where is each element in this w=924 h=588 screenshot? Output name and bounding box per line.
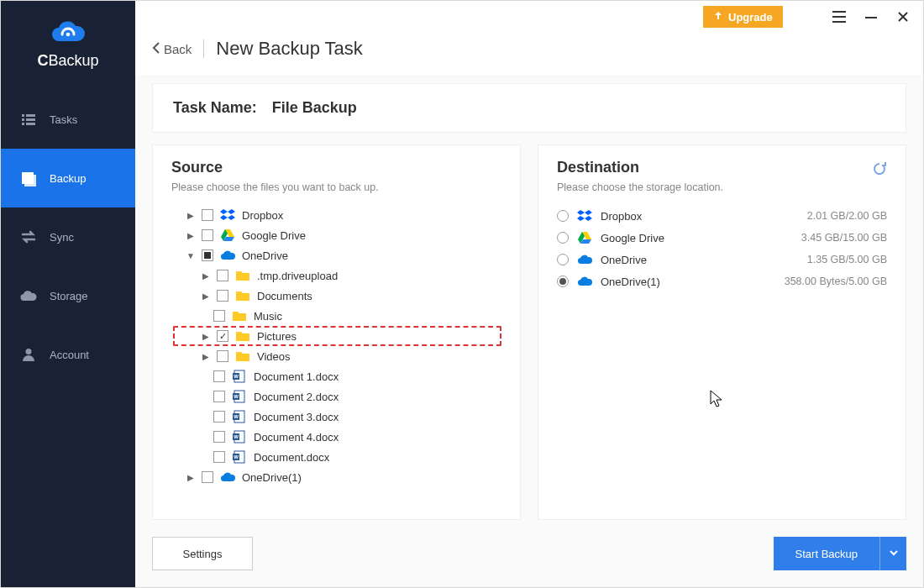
svg-text:W: W xyxy=(234,374,239,379)
sidebar-item-backup[interactable]: Backup xyxy=(1,149,135,207)
tree-row-doc4[interactable]: W Document 4.docx xyxy=(171,427,501,447)
dest-row-onedrive[interactable]: OneDrive 1.35 GB/5.00 GB xyxy=(557,249,887,270)
upgrade-button[interactable]: Upgrade xyxy=(703,6,783,28)
dest-row-onedrive1[interactable]: OneDrive(1) 358.00 Bytes/5.00 GB xyxy=(557,270,887,292)
refresh-button[interactable] xyxy=(872,161,887,179)
svg-text:W: W xyxy=(234,434,239,439)
tree-label: Google Drive xyxy=(242,229,306,242)
folder-icon xyxy=(235,268,250,283)
dropbox-icon xyxy=(577,208,592,223)
word-docx-icon: W xyxy=(232,369,247,384)
svg-rect-3 xyxy=(22,118,24,121)
checkbox[interactable] xyxy=(202,209,213,221)
tree-row-tmp[interactable]: ▶ .tmp.driveupload xyxy=(171,265,501,286)
svg-rect-2 xyxy=(26,114,35,117)
expand-icon[interactable]: ▶ xyxy=(186,231,195,239)
tree-row-videos[interactable]: ▶ Videos xyxy=(171,346,501,366)
checkbox[interactable] xyxy=(213,451,225,463)
dest-row-gdrive[interactable]: Google Drive 3.45 GB/15.00 GB xyxy=(557,227,887,249)
radio-checked[interactable] xyxy=(557,276,569,287)
google-drive-icon xyxy=(220,228,235,243)
dest-row-dropbox[interactable]: Dropbox 2.01 GB/2.00 GB xyxy=(557,205,887,227)
close-button[interactable] xyxy=(895,8,911,25)
checkbox[interactable] xyxy=(217,350,228,362)
tree-row-dropbox[interactable]: ▶ Dropbox xyxy=(171,205,501,225)
brand: CCBackupBackup xyxy=(1,1,135,90)
svg-rect-5 xyxy=(22,123,24,125)
checkbox[interactable] xyxy=(213,370,225,382)
radio[interactable] xyxy=(557,254,569,265)
collapse-icon[interactable]: ▼ xyxy=(186,251,195,260)
checkbox[interactable] xyxy=(213,411,225,423)
checkbox[interactable] xyxy=(217,290,228,302)
expand-icon[interactable]: ▶ xyxy=(202,291,210,300)
checkbox[interactable] xyxy=(213,310,225,322)
tree-row-doc2[interactable]: W Document 2.docx xyxy=(171,386,501,407)
expand-icon[interactable]: ▶ xyxy=(202,332,210,340)
svg-text:W: W xyxy=(234,454,239,459)
svg-text:W: W xyxy=(234,394,239,399)
onedrive-icon xyxy=(577,274,592,289)
chevron-left-icon xyxy=(152,42,160,56)
onedrive-icon xyxy=(220,248,235,263)
checkbox-checked[interactable] xyxy=(217,330,228,342)
radio[interactable] xyxy=(557,232,569,244)
sidebar-item-sync[interactable]: Sync xyxy=(1,207,135,266)
sync-icon xyxy=(19,228,38,246)
checkbox[interactable] xyxy=(202,471,213,483)
tree-label: Pictures xyxy=(257,330,297,343)
settings-button[interactable]: Settings xyxy=(152,537,253,570)
main: Upgrade Back New Backup Task Task xyxy=(135,1,923,587)
tree-label: .tmp.driveupload xyxy=(257,270,338,282)
task-name-label: Task Name: xyxy=(173,99,257,117)
start-backup-button[interactable]: Start Backup xyxy=(774,537,906,570)
tree-row-doc1[interactable]: W Document 1.docx xyxy=(171,366,501,386)
menu-button[interactable] xyxy=(831,8,848,25)
expand-icon[interactable]: ▶ xyxy=(202,271,210,280)
tree-row-onedrive[interactable]: ▼ OneDrive xyxy=(171,245,501,265)
expand-icon[interactable]: ▶ xyxy=(186,473,195,481)
tree-label: Document.docx xyxy=(254,451,329,464)
tree-row-music[interactable]: Music xyxy=(171,306,501,326)
expand-icon[interactable]: ▶ xyxy=(202,352,210,360)
chevron-down-icon xyxy=(889,548,899,560)
tree-row-doc[interactable]: W Document.docx xyxy=(171,447,501,467)
svg-rect-1 xyxy=(22,114,24,117)
checkbox[interactable] xyxy=(202,229,213,241)
svg-text:W: W xyxy=(234,414,239,419)
tree-row-doc3[interactable]: W Document 3.docx xyxy=(171,407,501,427)
tree-row-gdrive[interactable]: ▶ Google Drive xyxy=(171,225,501,245)
tree-label: Document 1.docx xyxy=(254,370,339,383)
minimize-button[interactable] xyxy=(863,8,879,25)
sidebar-item-tasks[interactable]: Tasks xyxy=(1,90,135,149)
tasks-icon xyxy=(19,110,38,129)
folder-icon xyxy=(232,308,247,323)
divider xyxy=(203,39,204,58)
start-backup-main[interactable]: Start Backup xyxy=(774,537,879,570)
svg-point-0 xyxy=(66,33,71,37)
sidebar-item-label: Sync xyxy=(50,231,74,244)
start-backup-dropdown[interactable] xyxy=(879,537,906,570)
onedrive-icon xyxy=(220,470,235,485)
source-tree: ▶ Dropbox ▶ Google Drive ▼ xyxy=(171,205,501,506)
tree-row-pictures[interactable]: ▶ Pictures xyxy=(173,326,501,346)
expand-icon[interactable]: ▶ xyxy=(186,211,195,219)
tree-label: Document 2.docx xyxy=(254,391,339,403)
checkbox[interactable] xyxy=(213,431,225,443)
radio[interactable] xyxy=(557,210,569,222)
checkbox-indeterminate[interactable] xyxy=(202,249,213,261)
word-docx-icon: W xyxy=(232,389,247,404)
dest-label: OneDrive xyxy=(601,254,647,266)
back-button[interactable]: Back xyxy=(152,42,192,56)
folder-icon xyxy=(235,328,250,344)
page-title: New Backup Task xyxy=(216,38,362,60)
tree-row-documents[interactable]: ▶ Documents xyxy=(171,286,501,306)
sidebar-item-storage[interactable]: Storage xyxy=(1,266,135,325)
tree-row-onedrive1[interactable]: ▶ OneDrive(1) xyxy=(171,467,501,487)
checkbox[interactable] xyxy=(213,391,225,402)
checkbox[interactable] xyxy=(217,270,228,281)
task-name-value[interactable]: File Backup xyxy=(272,99,357,117)
sidebar-item-account[interactable]: Account xyxy=(1,325,135,384)
back-label: Back xyxy=(164,42,192,56)
dest-label: Google Drive xyxy=(601,232,664,244)
